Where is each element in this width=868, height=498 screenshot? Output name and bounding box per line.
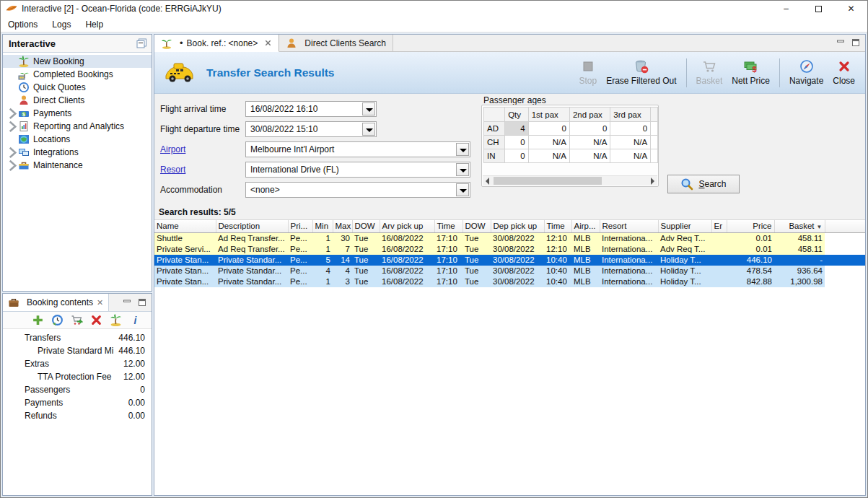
sidebar-item[interactable]: Integrations [3,146,152,159]
list-item[interactable]: Passengers 0 [3,383,152,396]
booking-contents-tab[interactable]: Booking contents ✕ [3,294,109,311]
basket-add-icon[interactable] [71,314,83,326]
table-row[interactable]: Shuttle Ad Req Transfer... Pe... 1 30 Tu… [154,232,865,244]
chevron-right-icon[interactable] [7,110,18,117]
maximize-view-icon[interactable] [138,298,146,307]
sidebar-item[interactable]: New Booking [3,55,152,68]
menu-item[interactable]: Help [78,19,110,30]
main-panel: • Book. ref.: <none> Direct Clients Sear… [154,34,866,496]
flight-departure-combobox[interactable]: 30/08/2022 15:10 [245,121,377,137]
tab-label: Book. ref.: <none> [187,38,258,48]
info-icon[interactable]: i [129,314,141,326]
chevron-down-icon[interactable] [456,183,469,196]
delete-icon[interactable] [90,314,102,326]
minimize-view-icon[interactable] [123,298,131,307]
booking-item-value: 0.00 [128,411,145,421]
chevron-down-icon[interactable] [362,123,375,136]
scroll-right-icon[interactable] [651,178,654,185]
workspace: Interactive New Booking Completed Bookin… [1,32,867,497]
close-tab-icon[interactable]: ✕ [97,298,103,307]
sidebar-item[interactable]: Direct Clients [3,94,152,107]
sidebar-item-label: Payments [33,108,71,118]
resort-combobox[interactable]: International Drive (FL) [245,162,470,178]
chevron-right-icon[interactable] [7,149,18,156]
search-button[interactable]: Search [667,175,740,193]
close-tab-icon[interactable] [264,39,272,47]
sidebar-item[interactable]: Locations [3,133,152,146]
chevron-down-icon[interactable] [362,102,375,115]
sidebar-item[interactable]: Maintenance [3,159,152,172]
horizontal-scrollbar[interactable] [483,175,657,185]
sidebar-item[interactable]: Quick Quotes [3,81,152,94]
airport-link[interactable]: Airport [160,144,245,154]
sidebar-item-label: Locations [33,134,70,144]
results-header-row[interactable]: Name Description Pri... Min Max DOW Arv … [154,220,865,232]
list-item[interactable]: Refunds 0.00 [3,409,152,422]
nett-price-icon: $ [744,59,758,74]
maximize-view-icon[interactable] [851,38,860,47]
table-row[interactable]: Private Servi... Ad Req Transfer... Pe..… [154,244,865,255]
tab-direct-clients-search[interactable]: Direct Clients Search [279,35,393,51]
table-row[interactable]: Private Stan... Private Standar... Pe...… [154,266,865,276]
chevron-down-icon[interactable] [456,163,469,176]
passenger-row[interactable]: CH 0 N/A N/A N/A [484,136,658,149]
quick-quote-icon[interactable] [51,314,63,326]
sidebar-item[interactable]: Reporting and Analytics [3,120,152,133]
navigate-button[interactable]: Navigate [789,59,823,86]
sidebar-item-icon [18,121,30,132]
sidebar-tree: New Booking Completed Bookings Quick Quo… [3,53,152,172]
list-item[interactable]: Extras 12.00 [3,357,152,370]
tab-label: Direct Clients Search [304,38,386,48]
scroll-left-icon[interactable] [486,178,489,185]
nett-price-button[interactable]: $ Nett Price [732,59,770,86]
close-window-button[interactable]: ✕ [835,1,867,17]
list-item[interactable]: Payments 0.00 [3,396,152,409]
new-booking-icon[interactable] [110,314,122,326]
stop-button[interactable]: Stop [579,59,597,86]
accommodation-combobox[interactable]: <none> [245,182,470,198]
taxi-icon [163,61,196,84]
sidebar-item-label: Completed Bookings [33,69,113,79]
toolbar-separator [779,58,780,87]
scrollbar-thumb[interactable] [494,177,602,185]
search-icon [680,178,693,191]
table-row[interactable]: Private Stan... Private Standar... Pe...… [154,255,865,266]
resort-link[interactable]: Resort [160,165,245,175]
maximize-button[interactable] [802,1,835,17]
results-table: Name Description Pri... Min Max DOW Arv … [154,220,865,287]
chevron-down-icon[interactable] [456,143,469,156]
erase-filtered-out-button[interactable]: Erase Filtered Out [606,59,676,86]
minimize-button[interactable]: – [770,1,802,17]
flight-arrival-combobox[interactable]: 16/08/2022 16:10 [245,101,377,117]
menu-item[interactable]: Options [1,19,45,30]
list-item[interactable]: TTA Protection Fee 12.00 [3,370,152,383]
sidebar-panel: Interactive New Booking Completed Bookin… [2,34,152,292]
booking-item-label: Transfers [25,333,61,343]
passenger-row[interactable]: IN 0 N/A N/A N/A [484,149,658,163]
list-item[interactable]: Transfers 446.10 [3,331,152,344]
title-bar: Interactive [2] - Ocean-Florida (code: E… [1,1,867,17]
flight-arrival-label: Flight arrival time [160,104,245,114]
resort-row: Resort International Drive (FL) [160,162,470,178]
booking-contents-tree: Transfers 446.10 Private Standard Mi 446… [3,329,152,422]
page-title: Transfer Search Results [206,66,334,79]
tab-booking-ref[interactable]: • Book. ref.: <none> [154,35,279,52]
sidebar-item[interactable]: Completed Bookings [3,68,152,81]
chevron-right-icon[interactable] [7,123,18,130]
booking-item-value: 0.00 [128,398,145,408]
booking-item-label: Refunds [25,411,57,421]
add-icon[interactable] [32,314,44,326]
sidebar-item[interactable]: $ Payments [3,107,152,120]
chevron-right-icon[interactable] [7,162,18,169]
menu-item[interactable]: Logs [45,19,78,30]
list-item[interactable]: Private Standard Mi 446.10 [3,344,152,357]
flight-arrival-row: Flight arrival time 16/08/2022 16:10 [160,101,377,117]
passenger-row[interactable]: AD 4 0 0 0 [484,122,658,136]
basket-button[interactable]: Basket [696,59,723,86]
minimize-view-icon[interactable] [836,38,845,47]
table-row[interactable]: Private Stan... Private Standar... Pe...… [154,276,865,287]
booking-tab-icon [161,38,172,49]
close-button[interactable]: Close [833,59,855,86]
collapse-panel-icon[interactable] [136,38,147,48]
airport-combobox[interactable]: Melbourne Int'l Airport [245,141,470,157]
